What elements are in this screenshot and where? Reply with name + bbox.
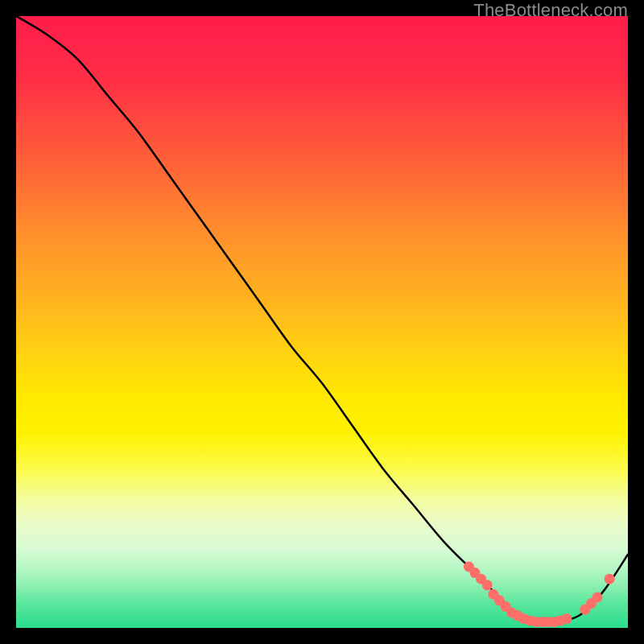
- highlight-marker: [482, 580, 493, 590]
- chart-frame: TheBottleneck.com: [0, 0, 644, 644]
- bottleneck-curve-line: [16, 16, 628, 622]
- highlight-marker: [562, 613, 572, 624]
- highlight-marker: [605, 574, 615, 584]
- chart-plot-area: [16, 16, 628, 628]
- highlight-marker: [592, 592, 603, 603]
- chart-svg: [16, 16, 628, 628]
- highlight-marker-group: [464, 562, 615, 627]
